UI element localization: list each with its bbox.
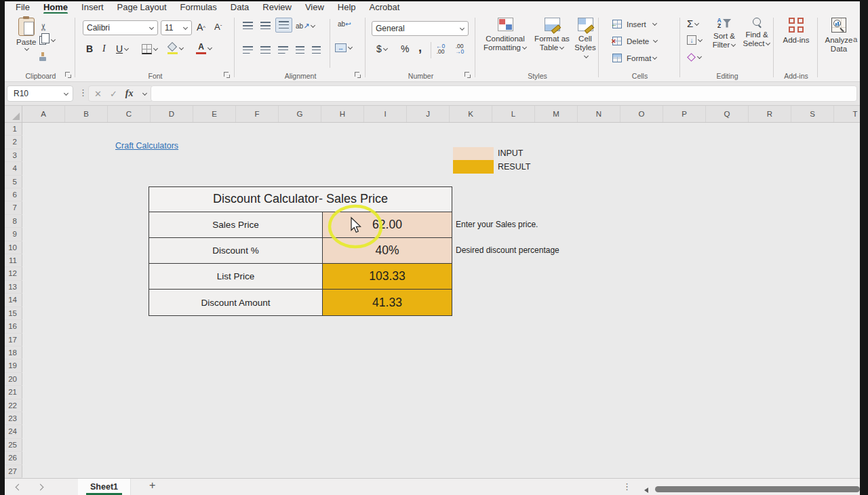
enter-icon[interactable]: ✓ [110, 89, 117, 99]
font-name-combo[interactable]: Calibri [83, 20, 158, 35]
column-header-P[interactable]: P [663, 106, 706, 122]
column-header-C[interactable]: C [108, 106, 151, 122]
copy-button[interactable] [39, 36, 56, 45]
column-header-F[interactable]: F [236, 106, 279, 122]
column-header-H[interactable]: H [321, 106, 364, 122]
wrap-text-button[interactable]: ab↩ [338, 20, 351, 28]
scrollbar-kebab-icon[interactable]: ⋮ [623, 481, 631, 492]
menu-tab-help[interactable]: Help [331, 1, 363, 12]
clear-button[interactable] [687, 53, 702, 62]
prev-sheet-icon[interactable] [16, 484, 22, 491]
align-top-button[interactable] [243, 22, 253, 30]
formula-bar-kebab-icon[interactable]: ⋮ [79, 87, 87, 98]
menu-tab-data[interactable]: Data [224, 1, 256, 12]
align-left-button[interactable] [243, 46, 253, 54]
align-middle-button[interactable] [260, 22, 271, 30]
percent-button[interactable]: % [401, 43, 409, 54]
column-header-D[interactable]: D [151, 106, 193, 122]
ribbon: Paste ✂ Clipboard Calibri 11 [0, 14, 868, 82]
column-header-A[interactable]: A [22, 106, 65, 122]
result-cell[interactable]: 41.33 [323, 290, 452, 315]
menu-tab-review[interactable]: Review [256, 1, 298, 12]
input-cell[interactable]: 62.00 [323, 212, 452, 237]
number-dialog-launcher[interactable] [465, 72, 471, 79]
column-header-N[interactable]: N [578, 106, 620, 122]
paste-button[interactable]: Paste [16, 18, 36, 52]
number-format-combo[interactable]: General [372, 21, 469, 36]
increase-indent-button[interactable] [312, 46, 321, 54]
fill-color-button[interactable] [167, 43, 184, 54]
conditional-formatting-button[interactable]: Conditional Formatting [481, 18, 530, 52]
cancel-icon[interactable]: ✕ [94, 89, 102, 99]
font-color-button[interactable]: A [196, 42, 212, 54]
find-select-button[interactable]: Find & Select [741, 18, 772, 48]
input-cell[interactable]: 40% [323, 238, 452, 263]
insert-cells-button[interactable]: ← Insert [612, 20, 657, 28]
name-box[interactable]: R10 [7, 85, 73, 102]
increase-font-button[interactable]: A^ [197, 22, 205, 33]
font-size-combo[interactable]: 11 [161, 20, 192, 35]
clipboard-dialog-launcher[interactable] [65, 72, 72, 79]
analyze-data-button[interactable]: Analyze Data [823, 18, 854, 54]
decrease-decimal-button[interactable]: .00→0 [455, 43, 464, 54]
craft-calculators-link[interactable]: Craft Calculators [115, 141, 178, 151]
format-cells-button[interactable]: Format [612, 54, 657, 62]
alignment-dialog-launcher[interactable] [355, 72, 361, 79]
menu-tab-acrobat[interactable]: Acrobat [363, 1, 407, 12]
menu-tab-home[interactable]: Home [37, 1, 75, 12]
cut-button[interactable]: ✂ [39, 22, 47, 33]
sort-filter-button[interactable]: AZ Sort & Filter [709, 18, 740, 50]
format-as-table-icon [545, 18, 560, 31]
addins-button[interactable]: Add-ins [781, 18, 812, 45]
bold-button[interactable]: B [86, 43, 93, 54]
scroll-left-icon[interactable] [644, 488, 648, 493]
column-header-R[interactable]: R [749, 106, 791, 122]
orientation-button[interactable]: ab↗ [296, 22, 315, 31]
column-header-I[interactable]: I [364, 106, 407, 122]
column-header-B[interactable]: B [65, 106, 108, 122]
formula-input[interactable] [151, 85, 857, 102]
scissors-icon: ✂ [38, 23, 49, 31]
menu-tab-insert[interactable]: Insert [75, 1, 111, 12]
add-sheet-button[interactable]: + [144, 479, 161, 492]
align-bottom-button[interactable] [275, 18, 292, 33]
insert-function-icon[interactable]: fx [125, 88, 134, 99]
italic-button[interactable]: I [102, 43, 106, 54]
column-header-K[interactable]: K [450, 106, 492, 122]
column-header-S[interactable]: S [791, 106, 834, 122]
comma-button[interactable]: , [418, 41, 422, 55]
merge-center-button[interactable]: ↔ [335, 43, 353, 52]
next-sheet-icon[interactable] [37, 484, 44, 491]
cell-styles-button[interactable]: Cell Styles [572, 18, 599, 61]
menu-tab-page-layout[interactable]: Page Layout [111, 1, 174, 12]
decrease-indent-button[interactable] [296, 46, 304, 54]
column-header-Q[interactable]: Q [706, 106, 749, 122]
column-header-L[interactable]: L [492, 106, 535, 122]
underline-button[interactable]: U [116, 43, 129, 54]
column-header-E[interactable]: E [193, 106, 236, 122]
currency-button[interactable]: $ [376, 43, 388, 54]
autosum-button[interactable]: Σ [687, 19, 699, 28]
format-as-table-button[interactable]: Format as Table [531, 18, 573, 52]
menu-tab-file[interactable]: File [9, 1, 37, 12]
format-painter-button[interactable] [39, 52, 47, 62]
decrease-font-button[interactable]: Aˇ [214, 22, 222, 32]
sheet-tab-sheet1[interactable]: Sheet1 [78, 479, 131, 495]
borders-button[interactable] [142, 44, 158, 54]
increase-decimal-button[interactable]: ←0.00 [436, 43, 445, 54]
menu-tab-view[interactable]: View [298, 1, 331, 12]
column-header-O[interactable]: O [620, 106, 663, 122]
horizontal-scrollbar-thumb[interactable] [655, 486, 860, 492]
column-header-G[interactable]: G [279, 106, 321, 122]
fill-button[interactable]: ↓ [687, 35, 703, 45]
font-dialog-launcher[interactable] [224, 72, 231, 79]
column-header-J[interactable]: J [407, 106, 450, 122]
spreadsheet-grid[interactable]: 1234567891011121314151617181920212223242… [0, 123, 868, 478]
column-header-M[interactable]: M [535, 106, 578, 122]
menu-tab-formulas[interactable]: Formulas [174, 1, 224, 12]
align-right-button[interactable] [278, 46, 288, 54]
align-center-button[interactable] [260, 46, 271, 54]
delete-cells-button[interactable]: ✕ Delete [612, 37, 658, 45]
result-cell[interactable]: 103.33 [323, 264, 452, 289]
discount-calculator-table: Discount Calculator- Sales Price Sales P… [149, 186, 452, 316]
